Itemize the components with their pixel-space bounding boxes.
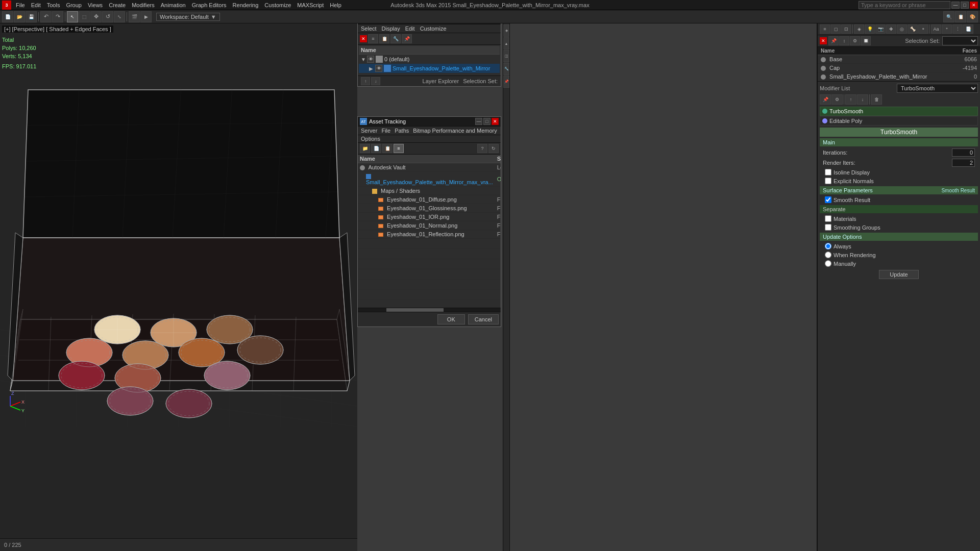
sfs-display-mode-btn[interactable]: 🔲 <box>861 36 871 45</box>
asset-tracking-titlebar[interactable]: AT Asset Tracking — □ ✕ <box>358 117 501 127</box>
at-maximize-btn[interactable]: □ <box>483 118 491 125</box>
le-toolbar-btn2[interactable]: 📋 <box>379 34 389 43</box>
ts-render-iters-input[interactable] <box>952 159 975 167</box>
menu-customize[interactable]: Customize <box>262 2 293 8</box>
sfs-selset-dropdown[interactable] <box>942 36 978 45</box>
le-menu-customize[interactable]: Customize <box>420 26 447 32</box>
le-menu-select[interactable]: Select <box>361 26 377 32</box>
redo-btn[interactable]: ↷ <box>52 11 63 22</box>
sfs-row-mirror[interactable]: Small_Eyeshadow_Palette_with_Mirror 0 <box>818 72 980 81</box>
sfs-config-btn[interactable]: ⚙ <box>850 36 860 45</box>
sfs-tb-light-btn[interactable]: 💡 <box>865 24 875 34</box>
lt-btn1[interactable]: ◈ <box>503 24 509 37</box>
at-ok-btn[interactable]: OK <box>437 314 465 324</box>
new-scene-btn[interactable]: 📄 <box>2 11 13 22</box>
ts-isoline-checkbox[interactable] <box>825 169 831 176</box>
open-btn[interactable]: 📂 <box>14 11 25 22</box>
mod-config-btn[interactable]: ⚙ <box>831 94 843 105</box>
at-menu-server[interactable]: Server <box>361 128 377 134</box>
layer-visibility-icon[interactable]: 👁 <box>367 56 374 63</box>
at-tb-btn4[interactable]: ≡ <box>394 144 404 153</box>
move-btn[interactable]: ✥ <box>90 11 102 22</box>
le-close-x-btn[interactable]: ✕ <box>360 35 367 42</box>
lt-btn4[interactable]: 🔧 <box>503 63 509 75</box>
le-row-layer0[interactable]: ▼ 👁 0 (default) <box>359 55 500 64</box>
sfs-close-x-btn[interactable]: ✕ <box>820 37 827 44</box>
at-row-maps[interactable]: Maps / Shaders <box>358 187 501 195</box>
menu-help[interactable]: Help <box>327 2 344 8</box>
scene-explorer-btn[interactable]: 🔍 <box>943 11 954 22</box>
ts-when-rendering-radio[interactable] <box>825 252 831 258</box>
minimize-btn[interactable]: — <box>951 2 960 9</box>
sfs-tb-bone-btn[interactable]: 🦴 <box>908 24 918 34</box>
scale-btn[interactable]: ⤡ <box>114 11 125 22</box>
at-row-ior[interactable]: Eyeshadow_01_IOR.png Found <box>358 213 501 221</box>
sfs-tb-layer-btn[interactable]: 📑 <box>963 24 973 34</box>
lt-btn3[interactable]: ◫ <box>503 50 509 62</box>
at-minimize-btn[interactable]: — <box>475 118 482 125</box>
sfs-tb-hier-btn[interactable]: ⋮ <box>952 24 963 34</box>
menu-graph-editors[interactable]: Graph Editors <box>189 2 229 8</box>
ts-smoothing-checkbox[interactable] <box>825 224 831 231</box>
mod-move-down-btn[interactable]: ↓ <box>857 94 868 105</box>
at-menu-file[interactable]: File <box>381 128 390 134</box>
menu-views[interactable]: Views <box>85 2 105 8</box>
at-tb-btn1[interactable]: 📁 <box>360 144 370 153</box>
ts-update-btn[interactable]: Update <box>879 270 918 279</box>
menu-rendering[interactable]: Rendering <box>230 2 261 8</box>
sfs-tb-all-btn[interactable]: ≡ <box>820 24 830 34</box>
select-object-btn[interactable]: ↖ <box>67 11 78 22</box>
at-refresh-btn[interactable]: ↻ <box>488 144 499 153</box>
at-menu-bitmap[interactable]: Bitmap Performance and Memory <box>413 128 497 134</box>
sfs-tb-case-btn[interactable]: Aa <box>931 24 941 34</box>
at-menu-paths[interactable]: Paths <box>395 128 409 134</box>
sfs-tb-helper-btn[interactable]: ✚ <box>886 24 896 34</box>
menu-create[interactable]: Create <box>106 2 128 8</box>
at-row-glossiness[interactable]: Eyeshadow_01_Glossiness.png Found <box>358 204 501 213</box>
maximize-btn[interactable]: □ <box>961 2 969 9</box>
ts-always-radio[interactable] <box>825 243 831 249</box>
sfs-row-base[interactable]: Base 6066 <box>818 55 980 64</box>
at-row-maxfile[interactable]: Small_Eyeshadow_Palette_with_Mirror_max_… <box>358 172 501 187</box>
mod-move-up-btn[interactable]: ↑ <box>845 94 856 105</box>
undo-btn[interactable]: ↶ <box>40 11 52 22</box>
ts-smooth-result-checkbox[interactable] <box>825 196 831 203</box>
le-menu-display[interactable]: Display <box>382 26 400 32</box>
sfs-tb-invert-btn[interactable]: ⊡ <box>841 24 851 34</box>
sfs-tb-cam-btn[interactable]: 📷 <box>875 24 886 34</box>
workspace-dropdown-icon[interactable]: ▼ <box>211 14 216 20</box>
material-editor-btn[interactable]: 🎨 <box>967 11 978 22</box>
mod-pin-btn[interactable]: 📌 <box>820 94 831 105</box>
at-help-btn[interactable]: ? <box>477 144 487 153</box>
le-menu-edit[interactable]: Edit <box>405 26 415 32</box>
layer-manager-btn[interactable]: 📋 <box>955 11 966 22</box>
lt-btn5[interactable]: 📌 <box>503 76 509 88</box>
le-toolbar-btn4[interactable]: 📌 <box>402 34 412 43</box>
select-region-btn[interactable]: ⬚ <box>79 11 90 22</box>
search-input[interactable] <box>859 1 950 9</box>
viewport-3d[interactable]: [+] [Perspective] [ Shaded + Edged Faces… <box>0 23 357 538</box>
ts-iterations-input[interactable] <box>952 148 975 157</box>
render-btn[interactable]: ▶ <box>140 11 152 22</box>
at-menu-options[interactable]: Options <box>361 136 380 142</box>
le-row-mirror[interactable]: ▶ 👁 Small_Eyeshadow_Palette_with_Mirror <box>359 64 500 73</box>
menu-modifiers[interactable]: Modifiers <box>129 2 157 8</box>
le-toolbar-btn1[interactable]: ≡ <box>368 34 378 43</box>
at-tb-btn3[interactable]: 📋 <box>382 144 393 153</box>
lt-btn2[interactable]: ▲ <box>503 37 509 49</box>
ts-materials-checkbox[interactable] <box>825 215 831 222</box>
at-row-diffuse[interactable]: Eyeshadow_01_Diffuse.png Found <box>358 195 501 204</box>
menu-maxscript[interactable]: MAXScript <box>295 2 326 8</box>
sfs-tb-particle-btn[interactable]: ⚬ <box>918 24 928 34</box>
sfs-pin-btn[interactable]: 📌 <box>828 36 839 45</box>
le-bottom-toolbar-btn2[interactable]: ↓ <box>371 77 380 85</box>
ts-manually-radio[interactable] <box>825 260 831 267</box>
menu-animation[interactable]: Animation <box>158 2 188 8</box>
menu-tools[interactable]: Tools <box>44 2 63 8</box>
mod-delete-btn[interactable]: 🗑 <box>871 94 882 105</box>
at-row-vault[interactable]: Autodesk Vault Logged <box>358 163 501 172</box>
at-row-normal[interactable]: Eyeshadow_01_Normal.png Found <box>358 221 501 230</box>
at-row-reflection[interactable]: Eyeshadow_01_Reflection.png Found <box>358 230 501 239</box>
mod-stack-editpoly[interactable]: Editable Poly <box>820 116 978 126</box>
at-scrollbar[interactable] <box>358 308 501 312</box>
